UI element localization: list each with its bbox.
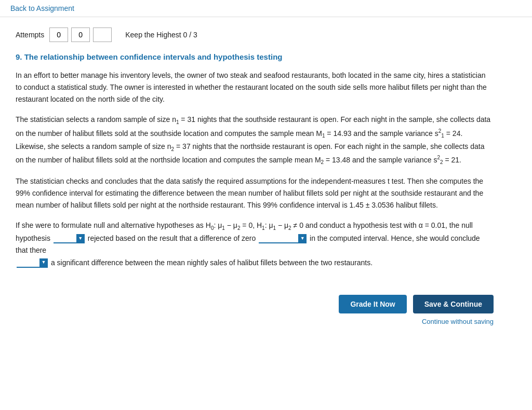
conclude-select-arrow: ▼ [39,258,48,267]
question-title: 9. The relationship between confidence i… [16,52,494,61]
save-continue-button[interactable]: Save & Continue [413,295,494,313]
zero-select-arrow: ▼ [298,234,307,242]
keep-highest-label: Keep the Highest 0 / 3 [125,31,197,39]
attempts-row: Attempts Keep the Highest 0 / 3 [16,28,494,42]
top-bar: Back to Assignment [0,0,532,17]
conclude-select-wrap[interactable]: is is not ▼ [17,258,48,268]
hypothesis-select-arrow: ▼ [76,234,85,242]
paragraph3: The statistician checks and concludes th… [16,175,494,211]
continue-without-saving-link[interactable]: Continue without saving [422,318,494,325]
attempts-box-2[interactable] [71,28,90,42]
attempts-box-3[interactable] [93,28,112,42]
button-row: Grade It Now Save & Continue [339,295,494,313]
hypothesis-select-wrap[interactable]: is is not ▼ [54,234,85,243]
paragraph4: If she were to formulate null and altern… [16,220,494,269]
attempts-box-1[interactable] [49,28,68,42]
attempts-label: Attempts [16,31,44,39]
paragraph2: The statistician selects a random sample… [16,114,494,167]
back-to-assignment-link[interactable]: Back to Assignment [10,4,74,12]
zero-select-wrap[interactable]: is is not lies does not lie ▼ [259,234,307,243]
grade-it-now-button[interactable]: Grade It Now [339,295,406,313]
action-area: Grade It Now Save & Continue Continue wi… [16,279,494,325]
question-body: In an effort to better manage his invent… [16,70,494,269]
paragraph1: In an effort to better manage his invent… [16,70,494,105]
main-content: Attempts Keep the Highest 0 / 3 9. The r… [0,17,509,336]
